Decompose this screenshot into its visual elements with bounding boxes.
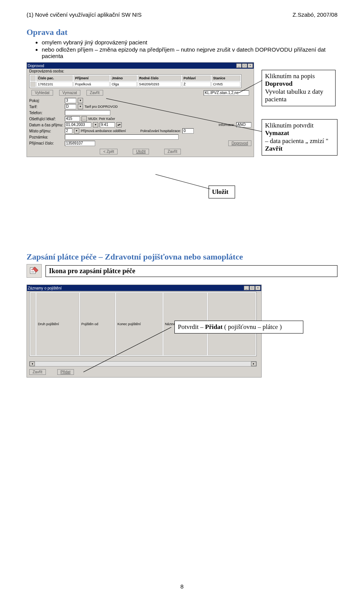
callout2-line1: Kliknutím potvrdit bbox=[265, 122, 314, 129]
callout1-line1: Kliknutím na popis bbox=[265, 72, 315, 80]
max2-button[interactable]: □ bbox=[249, 286, 255, 290]
pokr-label: Pokračování hospitalizace: bbox=[140, 129, 181, 133]
header-left: (1) Nové cvičení využívající aplikační S… bbox=[27, 11, 141, 18]
patient-grid[interactable]: Číslo pac. Příjmení Jméno Rodné číslo Po… bbox=[29, 74, 242, 88]
callout3-text: Uložit bbox=[212, 188, 228, 195]
callout3-pointer bbox=[155, 174, 210, 189]
screenshot-doprovod-wrap: Doprovod _ □ × Doprovázená osoba: Číslo … bbox=[27, 62, 337, 237]
scroll-right[interactable]: ▸ bbox=[251, 362, 256, 366]
pokr-input[interactable]: 0 bbox=[182, 128, 194, 134]
titlebar: Doprovod _ □ × bbox=[27, 63, 254, 69]
bullet-1: omylem vybraný jiný doprovázený pacient bbox=[42, 39, 337, 46]
maximize-button[interactable]: □ bbox=[242, 63, 247, 68]
cell-cislo: 17652101 bbox=[36, 82, 73, 87]
pridat-button[interactable]: Přidat bbox=[57, 369, 74, 375]
cell-prijmeni: Popelková bbox=[74, 82, 110, 87]
col-stanice: Stanice bbox=[212, 76, 240, 81]
misto-input[interactable]: 2 bbox=[65, 128, 72, 134]
ulozit-button[interactable]: Uložit bbox=[133, 149, 149, 154]
scroll-left[interactable]: ◂ bbox=[30, 362, 35, 366]
cell-pohlavi: Ž bbox=[182, 82, 211, 87]
bullet-2: nebo odložen příjem – změna epizody na p… bbox=[42, 46, 337, 59]
svg-rect-2 bbox=[31, 272, 35, 272]
zavrit2-button[interactable]: Zavřít bbox=[29, 369, 46, 375]
tarif-label: Tarif: bbox=[29, 105, 63, 109]
zpet-button[interactable]: < Zpět bbox=[100, 149, 118, 154]
datum-label: Datum a čas příjmu: bbox=[29, 123, 63, 127]
subtitle: Doprovázená osoba: bbox=[29, 69, 64, 73]
tarif-desc: Tarif pro DOPROVOD bbox=[85, 105, 118, 109]
callout4-bold: Přidat bbox=[205, 323, 223, 330]
col-cislo: Číslo pac. bbox=[36, 76, 73, 81]
min2-button[interactable]: _ bbox=[244, 286, 249, 290]
zavrit-button[interactable]: Zavřít bbox=[86, 90, 103, 96]
cell-stanice: CHNS bbox=[212, 82, 240, 87]
cas-input[interactable]: 9:41 bbox=[100, 122, 115, 127]
cas-spinner[interactable]: ▴▾ bbox=[116, 122, 122, 127]
doprovod-button[interactable]: Doprovod bbox=[228, 140, 251, 146]
pokoj-dropdown[interactable]: ▾ bbox=[78, 98, 83, 103]
callout-vymazat: Kliknutím potvrdit Vymazat – data pacien… bbox=[262, 119, 337, 156]
callout2-line2: Vymazat bbox=[265, 129, 289, 137]
close-button[interactable]: × bbox=[248, 63, 253, 68]
vymazat-button[interactable]: Vymazat bbox=[59, 90, 81, 96]
lekar-lookup[interactable]: … bbox=[82, 116, 87, 121]
section2-title: Zapsání plátce péče – Zdravotní pojišťov… bbox=[27, 252, 337, 262]
col-prijmeni: Příjmení bbox=[74, 76, 110, 81]
datum-dropdown[interactable]: ▾ bbox=[93, 122, 98, 127]
col-konec: Konec pojištění bbox=[116, 293, 163, 355]
header-right: Z.Szabó, 2007/08 bbox=[293, 11, 337, 18]
payer-icon[interactable] bbox=[27, 264, 42, 278]
tarif-dropdown[interactable]: ▾ bbox=[78, 104, 83, 109]
col-druh: Druh pojištění bbox=[36, 293, 79, 355]
titlebar2: Záznamy o pojištění _ □ × bbox=[27, 285, 261, 291]
col-od: Pojištěn od bbox=[80, 293, 115, 355]
page-header: (1) Nové cvičení využívající aplikační S… bbox=[27, 11, 337, 18]
screenshot-pojisteni-wrap: Záznamy o pojištění _ □ × Druh pojištění… bbox=[27, 285, 337, 383]
cell-rc: 546209/0293 bbox=[138, 82, 181, 87]
cell-jmeno: Olga bbox=[110, 82, 137, 87]
pozn-label: Poznámka: bbox=[29, 135, 63, 139]
pokoj-label: Pokoj: bbox=[29, 99, 63, 103]
section1-bullets: omylem vybraný jiný doprovázený pacient … bbox=[42, 39, 337, 59]
datum-input[interactable]: 01.04.2003 bbox=[65, 122, 91, 127]
misto-desc: Příjmová ambulance oddělení bbox=[81, 129, 126, 133]
callout1-line4: pacienta bbox=[265, 96, 287, 103]
callout4-pre: Potvrdit – bbox=[178, 323, 205, 330]
zavrit-bottom-button[interactable]: Zavřít bbox=[164, 149, 181, 154]
tarif-input[interactable]: D bbox=[65, 104, 76, 109]
callout-pridat: Potvrdit – Přidat ( pojišťovnu – plátce … bbox=[174, 321, 303, 334]
lekar-label: Ošetřující lékař: bbox=[29, 117, 63, 121]
prijcislo-label: Přijímací číslo: bbox=[29, 141, 63, 145]
pokoj-input[interactable]: 3 bbox=[65, 98, 76, 103]
callout2-line3: – data pacienta „ zmizí " bbox=[265, 137, 328, 145]
telefon-input[interactable] bbox=[65, 110, 110, 115]
telefon-label: Telefon: bbox=[29, 111, 63, 115]
section1-title: Oprava dat bbox=[27, 27, 337, 37]
icon-label: Ikona pro zapsání plátce péče bbox=[46, 265, 337, 277]
lekar-input[interactable]: 415 bbox=[65, 116, 80, 121]
icon-row: Ikona pro zapsání plátce péče bbox=[27, 264, 337, 278]
callout-doprovod: Kliknutím na popis Doprovod Vyvolat tabu… bbox=[262, 70, 336, 106]
callout4-post: ( pojišťovnu – plátce ) bbox=[223, 323, 282, 330]
vyhledat-button[interactable]: Vyhledat bbox=[31, 90, 53, 96]
close2-button[interactable]: × bbox=[255, 286, 260, 290]
prijcislo-input[interactable]: 13589107 bbox=[65, 141, 95, 146]
callout1-line3: Vyvolat tabulku z daty bbox=[265, 88, 323, 95]
col-jmeno: Jméno bbox=[110, 76, 137, 81]
pozn-input[interactable] bbox=[65, 134, 179, 140]
callout2-line4: Zavřít bbox=[265, 145, 282, 152]
page-number: 8 bbox=[0, 583, 364, 590]
callout-ulozit: Uložit bbox=[209, 186, 235, 198]
window-title: Doprovod bbox=[28, 64, 44, 68]
callout1-line2: Doprovod bbox=[265, 80, 292, 87]
col-pohlavi: Pohlaví bbox=[182, 76, 211, 81]
misto-dropdown[interactable]: ▾ bbox=[74, 128, 79, 134]
misto-label: Místo příjmu: bbox=[29, 129, 63, 133]
svg-point-1 bbox=[31, 269, 33, 270]
minimize-button[interactable]: _ bbox=[236, 63, 242, 68]
table-row[interactable]: 17652101 Popelková Olga 546209/0293 Ž CH… bbox=[30, 82, 240, 87]
lekar-name: MUDr. Petr Kačer bbox=[88, 117, 115, 121]
window2-title: Záznamy o pojištění bbox=[28, 286, 62, 290]
horizontal-scrollbar[interactable]: ◂ ▸ bbox=[29, 361, 257, 367]
